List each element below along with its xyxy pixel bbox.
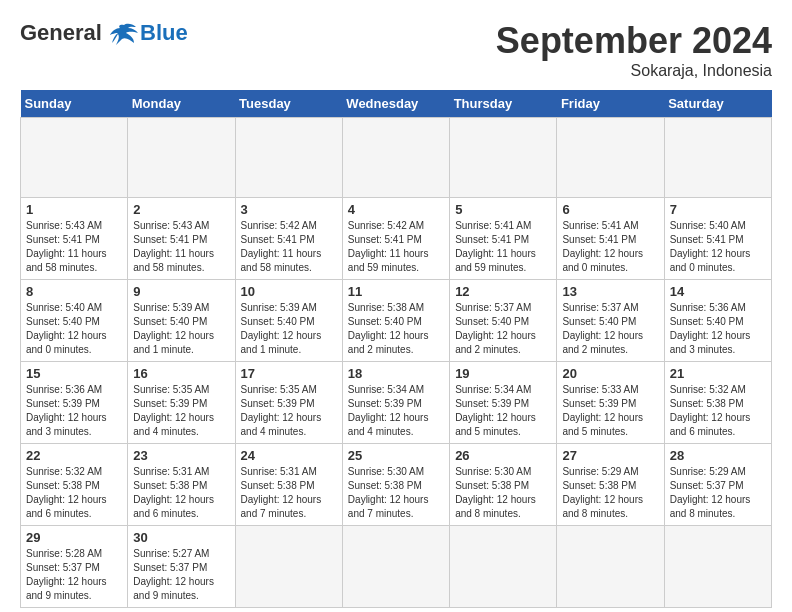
table-row: 13Sunrise: 5:37 AM Sunset: 5:40 PM Dayli… bbox=[557, 280, 664, 362]
table-row: 23Sunrise: 5:31 AM Sunset: 5:38 PM Dayli… bbox=[128, 444, 235, 526]
logo-bird-icon bbox=[110, 23, 138, 45]
table-row bbox=[450, 526, 557, 608]
day-info: Sunrise: 5:37 AM Sunset: 5:40 PM Dayligh… bbox=[562, 301, 658, 357]
day-number: 24 bbox=[241, 448, 337, 463]
table-row: 6Sunrise: 5:41 AM Sunset: 5:41 PM Daylig… bbox=[557, 198, 664, 280]
table-row: 20Sunrise: 5:33 AM Sunset: 5:39 PM Dayli… bbox=[557, 362, 664, 444]
day-info: Sunrise: 5:30 AM Sunset: 5:38 PM Dayligh… bbox=[348, 465, 444, 521]
calendar-table: Sunday Monday Tuesday Wednesday Thursday… bbox=[20, 90, 772, 608]
day-number: 10 bbox=[241, 284, 337, 299]
day-number: 5 bbox=[455, 202, 551, 217]
day-info: Sunrise: 5:42 AM Sunset: 5:41 PM Dayligh… bbox=[348, 219, 444, 275]
day-info: Sunrise: 5:38 AM Sunset: 5:40 PM Dayligh… bbox=[348, 301, 444, 357]
logo-text-general: General bbox=[20, 20, 102, 45]
logo: General Blue bbox=[20, 20, 188, 45]
col-saturday: Saturday bbox=[664, 90, 771, 118]
day-number: 2 bbox=[133, 202, 229, 217]
table-row: 24Sunrise: 5:31 AM Sunset: 5:38 PM Dayli… bbox=[235, 444, 342, 526]
table-row bbox=[557, 118, 664, 198]
day-info: Sunrise: 5:37 AM Sunset: 5:40 PM Dayligh… bbox=[455, 301, 551, 357]
day-number: 22 bbox=[26, 448, 122, 463]
table-row: 29Sunrise: 5:28 AM Sunset: 5:37 PM Dayli… bbox=[21, 526, 128, 608]
calendar-week-row: 1Sunrise: 5:43 AM Sunset: 5:41 PM Daylig… bbox=[21, 198, 772, 280]
day-number: 15 bbox=[26, 366, 122, 381]
day-info: Sunrise: 5:40 AM Sunset: 5:41 PM Dayligh… bbox=[670, 219, 766, 275]
day-number: 23 bbox=[133, 448, 229, 463]
day-number: 19 bbox=[455, 366, 551, 381]
day-info: Sunrise: 5:31 AM Sunset: 5:38 PM Dayligh… bbox=[241, 465, 337, 521]
day-info: Sunrise: 5:35 AM Sunset: 5:39 PM Dayligh… bbox=[133, 383, 229, 439]
table-row: 15Sunrise: 5:36 AM Sunset: 5:39 PM Dayli… bbox=[21, 362, 128, 444]
day-info: Sunrise: 5:27 AM Sunset: 5:37 PM Dayligh… bbox=[133, 547, 229, 603]
day-number: 6 bbox=[562, 202, 658, 217]
day-info: Sunrise: 5:29 AM Sunset: 5:37 PM Dayligh… bbox=[670, 465, 766, 521]
day-info: Sunrise: 5:31 AM Sunset: 5:38 PM Dayligh… bbox=[133, 465, 229, 521]
table-row bbox=[664, 118, 771, 198]
day-number: 7 bbox=[670, 202, 766, 217]
day-number: 4 bbox=[348, 202, 444, 217]
table-row: 1Sunrise: 5:43 AM Sunset: 5:41 PM Daylig… bbox=[21, 198, 128, 280]
table-row: 8Sunrise: 5:40 AM Sunset: 5:40 PM Daylig… bbox=[21, 280, 128, 362]
table-row: 10Sunrise: 5:39 AM Sunset: 5:40 PM Dayli… bbox=[235, 280, 342, 362]
day-number: 18 bbox=[348, 366, 444, 381]
table-row: 26Sunrise: 5:30 AM Sunset: 5:38 PM Dayli… bbox=[450, 444, 557, 526]
table-row: 21Sunrise: 5:32 AM Sunset: 5:38 PM Dayli… bbox=[664, 362, 771, 444]
day-number: 14 bbox=[670, 284, 766, 299]
col-thursday: Thursday bbox=[450, 90, 557, 118]
day-info: Sunrise: 5:28 AM Sunset: 5:37 PM Dayligh… bbox=[26, 547, 122, 603]
title-block: September 2024 Sokaraja, Indonesia bbox=[496, 20, 772, 80]
day-info: Sunrise: 5:33 AM Sunset: 5:39 PM Dayligh… bbox=[562, 383, 658, 439]
calendar-week-row bbox=[21, 118, 772, 198]
month-title: September 2024 bbox=[496, 20, 772, 62]
page-header: General Blue September 2024 Sokaraja, In… bbox=[20, 20, 772, 80]
col-friday: Friday bbox=[557, 90, 664, 118]
day-info: Sunrise: 5:32 AM Sunset: 5:38 PM Dayligh… bbox=[26, 465, 122, 521]
calendar-week-row: 29Sunrise: 5:28 AM Sunset: 5:37 PM Dayli… bbox=[21, 526, 772, 608]
calendar-header-row: Sunday Monday Tuesday Wednesday Thursday… bbox=[21, 90, 772, 118]
day-info: Sunrise: 5:40 AM Sunset: 5:40 PM Dayligh… bbox=[26, 301, 122, 357]
col-sunday: Sunday bbox=[21, 90, 128, 118]
table-row: 12Sunrise: 5:37 AM Sunset: 5:40 PM Dayli… bbox=[450, 280, 557, 362]
day-number: 21 bbox=[670, 366, 766, 381]
table-row: 3Sunrise: 5:42 AM Sunset: 5:41 PM Daylig… bbox=[235, 198, 342, 280]
day-info: Sunrise: 5:41 AM Sunset: 5:41 PM Dayligh… bbox=[562, 219, 658, 275]
table-row: 18Sunrise: 5:34 AM Sunset: 5:39 PM Dayli… bbox=[342, 362, 449, 444]
day-info: Sunrise: 5:42 AM Sunset: 5:41 PM Dayligh… bbox=[241, 219, 337, 275]
table-row bbox=[450, 118, 557, 198]
col-wednesday: Wednesday bbox=[342, 90, 449, 118]
day-info: Sunrise: 5:36 AM Sunset: 5:40 PM Dayligh… bbox=[670, 301, 766, 357]
day-info: Sunrise: 5:41 AM Sunset: 5:41 PM Dayligh… bbox=[455, 219, 551, 275]
day-info: Sunrise: 5:43 AM Sunset: 5:41 PM Dayligh… bbox=[26, 219, 122, 275]
table-row: 27Sunrise: 5:29 AM Sunset: 5:38 PM Dayli… bbox=[557, 444, 664, 526]
table-row: 5Sunrise: 5:41 AM Sunset: 5:41 PM Daylig… bbox=[450, 198, 557, 280]
table-row: 7Sunrise: 5:40 AM Sunset: 5:41 PM Daylig… bbox=[664, 198, 771, 280]
day-info: Sunrise: 5:35 AM Sunset: 5:39 PM Dayligh… bbox=[241, 383, 337, 439]
table-row: 14Sunrise: 5:36 AM Sunset: 5:40 PM Dayli… bbox=[664, 280, 771, 362]
table-row bbox=[21, 118, 128, 198]
calendar-week-row: 8Sunrise: 5:40 AM Sunset: 5:40 PM Daylig… bbox=[21, 280, 772, 362]
day-number: 29 bbox=[26, 530, 122, 545]
day-number: 13 bbox=[562, 284, 658, 299]
day-number: 1 bbox=[26, 202, 122, 217]
day-number: 3 bbox=[241, 202, 337, 217]
table-row: 28Sunrise: 5:29 AM Sunset: 5:37 PM Dayli… bbox=[664, 444, 771, 526]
table-row: 22Sunrise: 5:32 AM Sunset: 5:38 PM Dayli… bbox=[21, 444, 128, 526]
table-row bbox=[557, 526, 664, 608]
day-number: 20 bbox=[562, 366, 658, 381]
day-number: 28 bbox=[670, 448, 766, 463]
col-tuesday: Tuesday bbox=[235, 90, 342, 118]
table-row: 17Sunrise: 5:35 AM Sunset: 5:39 PM Dayli… bbox=[235, 362, 342, 444]
table-row: 30Sunrise: 5:27 AM Sunset: 5:37 PM Dayli… bbox=[128, 526, 235, 608]
table-row: 16Sunrise: 5:35 AM Sunset: 5:39 PM Dayli… bbox=[128, 362, 235, 444]
calendar-week-row: 22Sunrise: 5:32 AM Sunset: 5:38 PM Dayli… bbox=[21, 444, 772, 526]
day-info: Sunrise: 5:34 AM Sunset: 5:39 PM Dayligh… bbox=[455, 383, 551, 439]
table-row bbox=[342, 526, 449, 608]
table-row: 11Sunrise: 5:38 AM Sunset: 5:40 PM Dayli… bbox=[342, 280, 449, 362]
day-info: Sunrise: 5:39 AM Sunset: 5:40 PM Dayligh… bbox=[133, 301, 229, 357]
day-info: Sunrise: 5:29 AM Sunset: 5:38 PM Dayligh… bbox=[562, 465, 658, 521]
day-number: 12 bbox=[455, 284, 551, 299]
table-row: 2Sunrise: 5:43 AM Sunset: 5:41 PM Daylig… bbox=[128, 198, 235, 280]
day-info: Sunrise: 5:39 AM Sunset: 5:40 PM Dayligh… bbox=[241, 301, 337, 357]
location-subtitle: Sokaraja, Indonesia bbox=[496, 62, 772, 80]
day-info: Sunrise: 5:30 AM Sunset: 5:38 PM Dayligh… bbox=[455, 465, 551, 521]
